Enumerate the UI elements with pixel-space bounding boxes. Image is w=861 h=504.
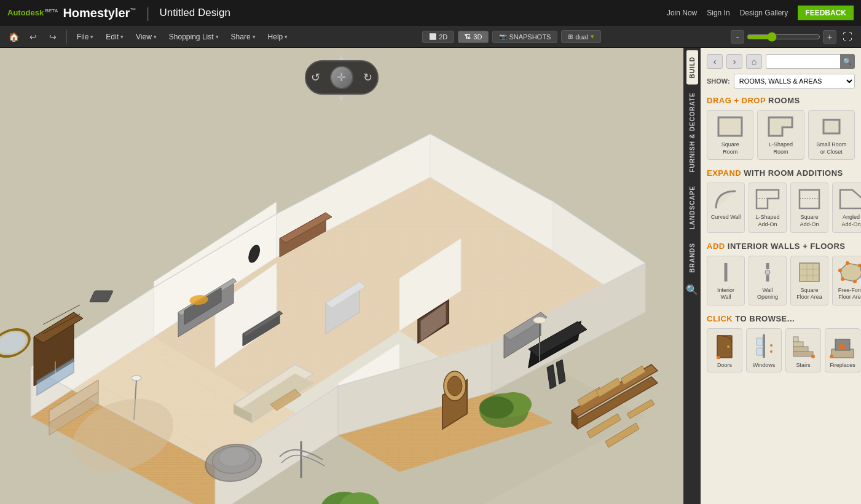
interior-wall-icon (710, 260, 742, 285)
panel-back-button[interactable]: ‹ (707, 54, 723, 69)
angled-addon-icon (835, 187, 861, 211)
curved-wall-label: Curved Wall (711, 214, 741, 221)
panel-content: ‹ › ⌂ 🔍 SHOW: ROOMS, WALLS & AREAS ALL W… (701, 48, 861, 504)
panel-search: 🔍 (766, 54, 855, 69)
snapshots-button[interactable]: 📷 SNAPSHOTS (492, 31, 557, 43)
square-floor-card[interactable]: SquareFloor Area (790, 256, 828, 305)
tab-furnish[interactable]: FURNISH & DECORATE (686, 86, 698, 179)
doors-card[interactable]: Doors (707, 328, 742, 372)
svg-rect-103 (800, 263, 819, 282)
stairs-label: Stairs (796, 362, 810, 368)
svg-rect-122 (793, 352, 813, 356)
feedback-button[interactable]: FEEDBACK (798, 6, 854, 20)
windows-card[interactable]: Windows (746, 328, 782, 372)
l-shaped-addon-label: L-ShapedAdd-On (755, 214, 779, 228)
wall-opening-card[interactable]: WallOpening (749, 256, 787, 305)
stairs-card[interactable]: Stairs (785, 328, 821, 372)
square-addon-label: SquareAdd-On (800, 214, 819, 228)
panel-home-button[interactable]: ⌂ (746, 54, 762, 69)
svg-point-108 (841, 277, 844, 281)
windows-label: Windows (753, 362, 776, 368)
join-now-link[interactable]: Join Now (667, 9, 697, 17)
svg-point-109 (838, 269, 842, 272)
topbar-right: Join Now Sign In Design Gallery FEEDBACK (667, 6, 854, 20)
dual-button[interactable]: ⊞ dual ▾ (561, 30, 601, 43)
doors-icon (710, 333, 739, 360)
interior-wall-svg (712, 261, 739, 284)
help-menu[interactable]: Help ▾ (263, 30, 293, 44)
l-shaped-addon-icon (752, 187, 784, 211)
square-addon-card[interactable]: SquareAdd-On (790, 183, 828, 232)
tab-build[interactable]: BUILD (686, 50, 698, 85)
nav-up[interactable]: ▲ (337, 52, 346, 61)
freeform-floor-svg (838, 261, 861, 284)
fireplaces-icon (828, 333, 857, 360)
svg-point-126 (811, 355, 815, 358)
toolbar-center: ⬜ 2D 🏗 3D 📷 SNAPSHOTS ⊞ dual ▾ (295, 30, 728, 43)
design-gallery-link[interactable]: Design Gallery (740, 9, 788, 17)
svg-rect-95 (824, 120, 839, 133)
l-shaped-addon-card[interactable]: L-ShapedAdd-On (749, 183, 787, 232)
home-button[interactable]: 🏠 (5, 28, 22, 45)
l-shaped-room-label: L-ShapedRoom (769, 141, 793, 156)
expand-header: EXPAND WITH ROOM ADDITIONS (707, 168, 855, 178)
sign-in-link[interactable]: Sign In (707, 9, 729, 17)
show-label: SHOW: (707, 77, 730, 85)
view-menu[interactable]: View ▾ (131, 30, 162, 44)
share-menu[interactable]: Share ▾ (226, 30, 261, 44)
panel-forward-button[interactable]: › (726, 54, 742, 69)
zoom-out-button[interactable]: - (731, 30, 744, 44)
windows-icon (749, 333, 779, 360)
small-room-svg (816, 115, 847, 138)
svg-rect-123 (793, 347, 808, 352)
interior-wall-label: InteriorWall (717, 287, 734, 301)
interior-header: ADD INTERIOR WALLS + FLOORS (707, 242, 855, 251)
shopping-list-menu[interactable]: Shopping List ▾ (164, 30, 224, 44)
redo-button[interactable]: ↪ (44, 28, 61, 45)
svg-point-110 (846, 261, 849, 265)
zoom-slider[interactable] (747, 32, 820, 42)
zoom-in-button[interactable]: + (823, 30, 836, 44)
rooms-grid: SquareRoom L-ShapedRoom (707, 110, 855, 160)
edit-menu[interactable]: Edit ▾ (101, 30, 128, 44)
svg-point-86 (533, 317, 546, 323)
angled-addon-card[interactable]: AngledAdd-On (832, 183, 861, 232)
doors-label: Doors (717, 362, 732, 368)
square-floor-label: SquareFloor Area (796, 287, 822, 301)
canvas-area[interactable]: ↺ ✛ ↻ ▲ ▼ (0, 48, 683, 504)
square-addon-svg (796, 187, 823, 211)
browse-header: CLICK TO BROWSE... (707, 314, 855, 323)
fullscreen-button[interactable]: ⛶ (839, 28, 856, 45)
curved-wall-svg (712, 187, 739, 211)
l-shaped-room-card[interactable]: L-ShapedRoom (757, 110, 804, 160)
small-room-card[interactable]: Small Roomor Closet (808, 110, 855, 160)
tab-landscape[interactable]: LANDSCAPE (686, 179, 698, 235)
square-floor-svg (796, 261, 823, 284)
freeform-floor-card[interactable]: Free-FormFloor Area (832, 256, 861, 305)
freeform-floor-icon (835, 260, 861, 285)
panel-search-input[interactable] (766, 54, 840, 69)
interior-wall-card[interactable]: InteriorWall (707, 256, 745, 305)
svg-rect-124 (793, 342, 803, 347)
right-panel: BUILD FURNISH & DECORATE LANDSCAPE BRAND… (683, 48, 861, 504)
square-room-card[interactable]: SquareRoom (707, 110, 753, 160)
l-shaped-room-icon (765, 114, 796, 139)
panel-search-button[interactable]: 🔍 (840, 54, 855, 69)
side-tabs: BUILD FURNISH & DECORATE LANDSCAPE BRAND… (683, 48, 701, 504)
undo-button[interactable]: ↩ (25, 28, 42, 45)
fireplaces-svg (829, 333, 856, 359)
view-3d-button[interactable]: 🏗 3D (458, 31, 489, 43)
show-select[interactable]: ROOMS, WALLS & AREAS ALL WALLS ONLY (734, 74, 855, 89)
tab-brands[interactable]: BRANDS (686, 237, 698, 279)
svg-point-102 (765, 270, 770, 275)
small-room-icon (816, 114, 847, 139)
view-2d-button[interactable]: ⬜ 2D (422, 31, 454, 43)
wall-opening-icon (752, 260, 784, 285)
fireplaces-card[interactable]: Fireplaces (825, 328, 860, 372)
curved-wall-card[interactable]: Curved Wall (707, 183, 745, 232)
search-tab[interactable]: 🔍 (683, 280, 701, 299)
svg-point-89 (447, 376, 462, 396)
file-menu[interactable]: File ▾ (72, 30, 98, 44)
small-room-label: Small Roomor Closet (816, 141, 846, 156)
square-room-svg (715, 115, 745, 138)
